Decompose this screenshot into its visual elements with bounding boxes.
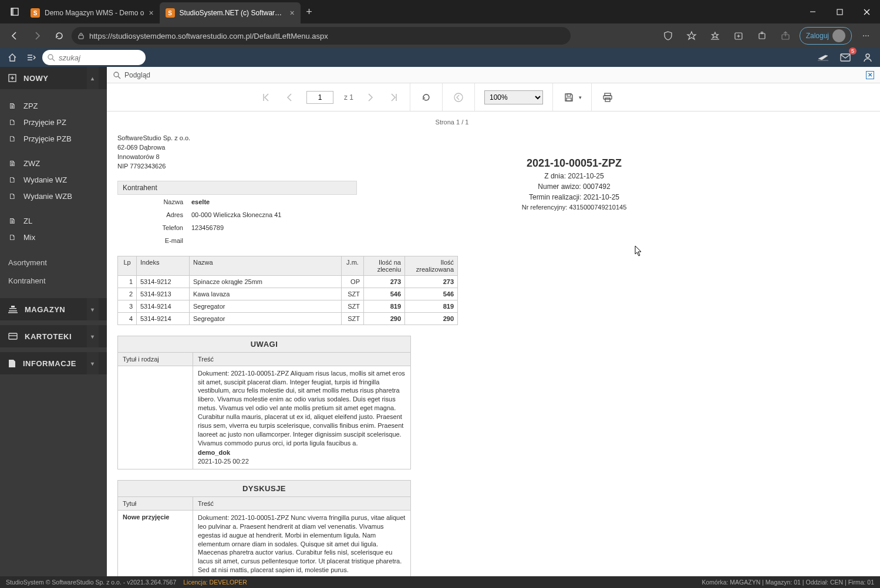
sidebar-section-new[interactable]: NOWY ▴ bbox=[0, 67, 107, 89]
svg-rect-27 bbox=[11, 306, 15, 307]
kontrahent-header: Kontrahent bbox=[117, 181, 357, 195]
address-bar[interactable]: https://studiosystemdemo.softwarestudio.… bbox=[72, 27, 571, 45]
browser-toolbar: https://studiosystemdemo.softwarestudio.… bbox=[0, 23, 880, 48]
nav-refresh-button[interactable] bbox=[49, 26, 69, 46]
search-icon bbox=[47, 53, 55, 62]
sidebar-item-label: ZWZ bbox=[23, 159, 40, 168]
save-button[interactable] bbox=[562, 91, 575, 104]
more-icon[interactable]: ⋯ bbox=[857, 26, 875, 45]
svg-point-17 bbox=[48, 55, 53, 59]
share-icon[interactable] bbox=[776, 26, 795, 45]
sidebar-item-wzb[interactable]: 🗋Wydanie WZB bbox=[0, 188, 107, 204]
doc-icon: 🗋 bbox=[8, 134, 16, 143]
items-table: Lp Indeks Nazwa J.m. Ilość na zleceniu I… bbox=[117, 256, 458, 325]
report-page[interactable]: Strona 1 / 1 SoftwareStudio Sp. z o.o. 6… bbox=[107, 111, 880, 576]
mail-icon[interactable]: 5 bbox=[838, 50, 853, 65]
svg-line-18 bbox=[52, 59, 55, 61]
preview-close-button[interactable]: ✕ bbox=[866, 71, 874, 79]
sidebar-item-label: Wydanie WZB bbox=[23, 192, 72, 201]
tab-close-icon[interactable]: × bbox=[289, 8, 294, 18]
favicon-icon: S bbox=[166, 8, 175, 18]
chevron-up-icon[interactable]: ▴ bbox=[87, 67, 99, 89]
extensions-icon[interactable] bbox=[753, 26, 771, 45]
new-tab-button[interactable]: + bbox=[301, 0, 318, 23]
tab-title: Demo Magazyn WMS - Demo o bbox=[45, 9, 144, 17]
page-number-input[interactable] bbox=[306, 91, 333, 104]
sidebar-item-label: Wydanie WZ bbox=[23, 175, 67, 184]
window-minimize-button[interactable] bbox=[799, 3, 826, 21]
doc-plus-icon: 🗎 bbox=[8, 217, 16, 225]
menu-toggle-icon[interactable] bbox=[23, 50, 39, 65]
sidebar: NOWY ▴ 🗎ZPZ 🗋Przyjęcie PZ 🗋Przyjęcie PZB… bbox=[0, 67, 107, 576]
content-area: Podgląd ✕ z 1 100% ▾ bbox=[107, 67, 880, 576]
refresh-button[interactable] bbox=[420, 91, 433, 104]
favorites-icon[interactable] bbox=[682, 26, 701, 45]
page-of-label: z 1 bbox=[344, 93, 353, 102]
first-page-button[interactable] bbox=[259, 91, 272, 104]
last-page-button[interactable] bbox=[387, 91, 400, 104]
sidebar-link-asortyment[interactable]: Asortyment bbox=[0, 254, 107, 272]
dyskusje-table: DYSKUSJE TytułTreść Nowe przyjęcie Dokum… bbox=[117, 480, 411, 576]
sidebar-item-mix[interactable]: 🗋Mix bbox=[0, 229, 107, 245]
takeoff-icon[interactable] bbox=[815, 50, 831, 65]
tab-close-icon[interactable]: × bbox=[149, 8, 153, 18]
company-block: SoftwareStudio Sp. z o.o. 62-069 Dąbrowa… bbox=[117, 134, 357, 171]
browser-tab-2[interactable]: S StudioSystem.NET (c) SoftwareSt × bbox=[160, 2, 301, 23]
print-button[interactable] bbox=[601, 91, 614, 104]
svg-rect-26 bbox=[8, 312, 18, 313]
sidebar-item-pzb[interactable]: 🗋Przyjęcie PZB bbox=[0, 130, 107, 147]
document-meta: 2021-10-00051-ZPZ Z dnia: 2021-10-25 Num… bbox=[474, 134, 674, 248]
svg-rect-39 bbox=[605, 98, 610, 102]
window-close-button[interactable] bbox=[853, 3, 880, 21]
section-label: KARTOTEKI bbox=[25, 332, 72, 341]
sidebar-link-kontrahent[interactable]: Kontrahent bbox=[0, 272, 107, 290]
preview-icon bbox=[113, 71, 121, 79]
sidebar-item-zl[interactable]: 🗎ZL bbox=[0, 212, 107, 229]
tab-actions-button[interactable] bbox=[5, 2, 25, 22]
prev-page-button[interactable] bbox=[283, 91, 296, 104]
cards-icon bbox=[8, 333, 18, 340]
nav-back-button[interactable] bbox=[5, 26, 25, 46]
user-icon[interactable] bbox=[860, 50, 875, 65]
login-button[interactable]: Zaloguj bbox=[800, 27, 852, 45]
chevron-down-icon[interactable]: ▾ bbox=[87, 352, 99, 374]
zoom-select[interactable]: 100% bbox=[484, 90, 543, 104]
svg-rect-3 bbox=[837, 9, 842, 15]
sidebar-item-zwz[interactable]: 🗎ZWZ bbox=[0, 155, 107, 171]
sidebar-item-zpz[interactable]: 🗎ZPZ bbox=[0, 97, 107, 114]
browser-titlebar: S Demo Magazyn WMS - Demo o × S StudioSy… bbox=[0, 0, 880, 23]
report-toolbar: z 1 100% ▾ bbox=[107, 83, 880, 111]
tracking-prevention-icon[interactable] bbox=[659, 26, 677, 45]
search-input[interactable] bbox=[59, 53, 141, 62]
search-box[interactable] bbox=[42, 50, 146, 65]
sidebar-item-label: Przyjęcie PZ bbox=[23, 118, 66, 127]
nav-forward-button[interactable] bbox=[27, 26, 47, 46]
kontrahent-table: Nazwaeselte Adres00-000 Wieliczka Słonec… bbox=[117, 195, 357, 248]
next-page-button[interactable] bbox=[364, 91, 377, 104]
document-title: 2021-10-00051-ZPZ bbox=[474, 157, 674, 170]
window-maximize-button[interactable] bbox=[826, 3, 853, 21]
sidebar-item-wz[interactable]: 🗋Wydanie WZ bbox=[0, 171, 107, 188]
doc-icon: 🗋 bbox=[8, 233, 16, 242]
sidebar-item-label: ZPZ bbox=[23, 102, 38, 110]
browser-tab-1[interactable]: S Demo Magazyn WMS - Demo o × bbox=[25, 2, 160, 23]
sidebar-item-pz[interactable]: 🗋Przyjęcie PZ bbox=[0, 114, 107, 130]
svg-line-31 bbox=[118, 76, 120, 79]
chevron-down-icon[interactable]: ▾ bbox=[87, 298, 99, 320]
uwagi-table: UWAGI Tytuł i rodzajTreść Dokument: 2021… bbox=[117, 336, 411, 469]
home-icon[interactable] bbox=[5, 50, 20, 65]
table-row: 15314-9212Spinacze okrągłe 25mmOP273273 bbox=[118, 275, 458, 288]
sidebar-section-informacje[interactable]: INFORMACJE ▾ bbox=[0, 352, 107, 374]
back-button[interactable] bbox=[452, 91, 465, 104]
sidebar-item-label: ZL bbox=[23, 217, 32, 225]
sidebar-section-magazyn[interactable]: MAGAZYN ▾ bbox=[0, 298, 107, 320]
svg-rect-24 bbox=[9, 310, 17, 312]
footer-left: StudioSystem © SoftwareStudio Sp. z o.o.… bbox=[6, 579, 176, 586]
chevron-down-icon[interactable]: ▾ bbox=[87, 325, 99, 347]
svg-rect-36 bbox=[567, 98, 571, 101]
collections-icon[interactable] bbox=[729, 26, 748, 45]
favorites-bar-icon[interactable] bbox=[706, 26, 724, 45]
sidebar-section-kartoteki[interactable]: KARTOTEKI ▾ bbox=[0, 325, 107, 347]
section-label: NOWY bbox=[23, 74, 48, 83]
chevron-down-icon[interactable]: ▾ bbox=[579, 94, 582, 100]
